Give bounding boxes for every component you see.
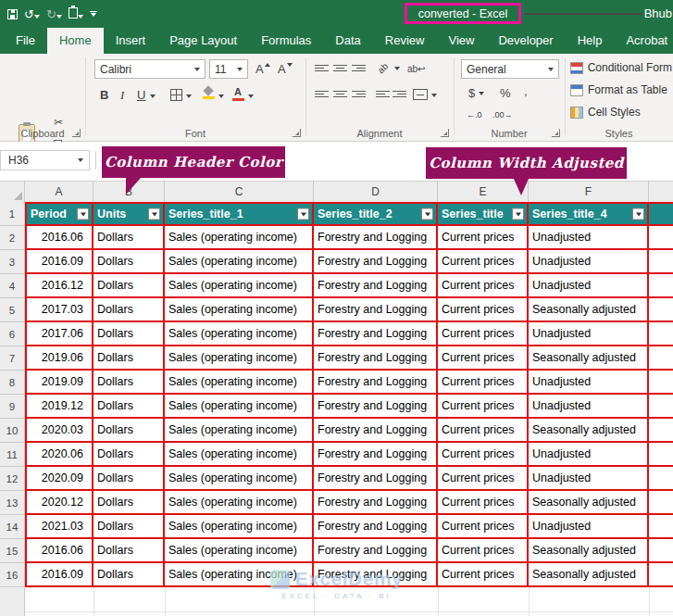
- cell-B12[interactable]: Dollars: [93, 467, 165, 491]
- cell-B7[interactable]: Dollars: [93, 346, 165, 371]
- redo-button[interactable]: ↻: [46, 6, 62, 22]
- chevron-down-icon[interactable]: [479, 92, 484, 95]
- orientation-icon[interactable]: ab: [376, 61, 391, 76]
- cell-C14[interactable]: Sales (operating income): [165, 515, 314, 539]
- cell-D5[interactable]: Forestry and Logging: [314, 298, 438, 322]
- cell-D9[interactable]: Forestry and Logging: [314, 395, 438, 419]
- row-number[interactable]: 13: [0, 491, 25, 515]
- dialog-launcher-icon[interactable]: [72, 129, 81, 137]
- select-all-button[interactable]: [0, 182, 25, 202]
- cell-B6[interactable]: Dollars: [93, 322, 165, 346]
- align-top-icon[interactable]: [315, 61, 329, 75]
- cell-F13[interactable]: Seasonally adjusted: [529, 491, 649, 515]
- cell-partial[interactable]: [649, 443, 673, 467]
- cell-E14[interactable]: Current prices: [438, 515, 529, 539]
- cell-partial[interactable]: [649, 274, 673, 298]
- cell-C9[interactable]: Sales (operating income): [165, 395, 314, 419]
- clipboard-button[interactable]: [69, 6, 83, 22]
- accounting-format-icon[interactable]: $: [468, 87, 475, 99]
- cell-F11[interactable]: Unadjusted: [529, 443, 649, 467]
- comma-style-icon[interactable]: ,: [524, 85, 528, 97]
- row-number[interactable]: 12: [0, 467, 25, 491]
- column-header-D[interactable]: D: [314, 182, 438, 202]
- font-name-select[interactable]: Calibri: [94, 59, 206, 79]
- chevron-down-icon[interactable]: [248, 94, 254, 98]
- filter-button[interactable]: [512, 208, 524, 220]
- cell-E15[interactable]: Current prices: [438, 539, 529, 563]
- cell-F14[interactable]: Unadjusted: [529, 515, 649, 539]
- cell-B16[interactable]: Dollars: [93, 563, 165, 587]
- borders-icon[interactable]: [170, 89, 182, 101]
- align-left-icon[interactable]: [315, 87, 329, 101]
- cell-B14[interactable]: Dollars: [93, 515, 165, 539]
- chevron-down-icon[interactable]: [186, 94, 192, 98]
- cell-partial[interactable]: [649, 539, 673, 563]
- dialog-launcher-icon[interactable]: [441, 129, 449, 137]
- row-number[interactable]: 11: [0, 443, 25, 467]
- align-bottom-icon[interactable]: [352, 61, 366, 75]
- cell-partial[interactable]: [649, 371, 673, 395]
- row-number[interactable]: 2: [0, 226, 25, 250]
- font-color-icon[interactable]: A: [231, 87, 244, 101]
- italic-button[interactable]: I: [120, 89, 124, 101]
- cell-D13[interactable]: Forestry and Logging: [314, 491, 438, 515]
- cell-D3[interactable]: Forestry and Logging: [314, 250, 438, 274]
- cell-C15[interactable]: Sales (operating income): [165, 539, 314, 563]
- column-header-C[interactable]: C: [165, 182, 314, 202]
- cell-A11[interactable]: 2020.06: [25, 443, 93, 467]
- cell-E13[interactable]: Current prices: [438, 491, 529, 515]
- chevron-down-icon[interactable]: [394, 67, 400, 70]
- dialog-launcher-icon[interactable]: [293, 129, 301, 137]
- cell-C16[interactable]: Sales (operating income): [165, 563, 314, 587]
- cell-partial[interactable]: [649, 491, 673, 515]
- percent-style-icon[interactable]: %: [500, 87, 511, 99]
- cell-E9[interactable]: Current prices: [438, 395, 529, 419]
- cell-C8[interactable]: Sales (operating income): [165, 371, 314, 395]
- cell-F6[interactable]: Unadjusted: [529, 322, 649, 346]
- cell-C5[interactable]: Sales (operating income): [165, 298, 314, 322]
- cell-partial[interactable]: [649, 226, 673, 250]
- cell-C2[interactable]: Sales (operating income): [165, 226, 314, 250]
- cell-F12[interactable]: Unadjusted: [529, 467, 649, 491]
- cell-partial[interactable]: [649, 322, 673, 346]
- header-cell-C1[interactable]: Series_title_1: [165, 202, 314, 226]
- cell-F7[interactable]: Seasonally adjusted: [529, 346, 649, 371]
- cell-E12[interactable]: Current prices: [438, 467, 529, 491]
- row-number[interactable]: 14: [0, 515, 25, 539]
- increase-indent-icon[interactable]: [393, 87, 406, 101]
- cell-E6[interactable]: Current prices: [438, 322, 529, 346]
- dialog-launcher-icon[interactable]: [552, 129, 560, 137]
- cell-E4[interactable]: Current prices: [438, 274, 529, 298]
- row-number[interactable]: 3: [0, 250, 25, 274]
- cell-E11[interactable]: Current prices: [438, 443, 529, 467]
- cell-A3[interactable]: 2016.09: [25, 250, 93, 274]
- cell-A4[interactable]: 2016.12: [25, 274, 93, 298]
- cell-F10[interactable]: Seasonally adjusted: [529, 419, 649, 443]
- bold-button[interactable]: B: [100, 89, 108, 101]
- cell-F16[interactable]: Seasonally adjusted: [529, 563, 649, 587]
- cell-A13[interactable]: 2020.12: [25, 491, 93, 515]
- row-number[interactable]: 6: [0, 322, 25, 346]
- cell-D8[interactable]: Forestry and Logging: [314, 371, 438, 395]
- wrap-text-icon[interactable]: ab↩: [407, 64, 426, 74]
- cell-C13[interactable]: Sales (operating income): [165, 491, 314, 515]
- cell-A16[interactable]: 2016.09: [25, 563, 93, 587]
- cell-D11[interactable]: Forestry and Logging: [314, 443, 438, 467]
- tab-insert[interactable]: Insert: [104, 28, 158, 54]
- tab-formulas[interactable]: Formulas: [249, 28, 323, 54]
- fill-color-icon[interactable]: [202, 87, 215, 99]
- tab-developer[interactable]: Developer: [486, 28, 565, 54]
- cell-B15[interactable]: Dollars: [93, 539, 165, 563]
- cell-F15[interactable]: Seasonally adjusted: [529, 539, 649, 563]
- cell-F9[interactable]: Unadjusted: [529, 395, 649, 419]
- cell-E16[interactable]: Current prices: [438, 563, 529, 587]
- row-number[interactable]: 4: [0, 274, 25, 298]
- column-header-A[interactable]: A: [25, 182, 93, 202]
- tab-file[interactable]: File: [4, 28, 47, 54]
- cut-icon[interactable]: ✂: [54, 117, 63, 128]
- cell-C3[interactable]: Sales (operating income): [165, 250, 314, 274]
- tab-view[interactable]: View: [436, 28, 486, 54]
- save-icon[interactable]: [7, 9, 18, 19]
- cell-D2[interactable]: Forestry and Logging: [314, 226, 438, 250]
- cell-partial[interactable]: [649, 298, 673, 322]
